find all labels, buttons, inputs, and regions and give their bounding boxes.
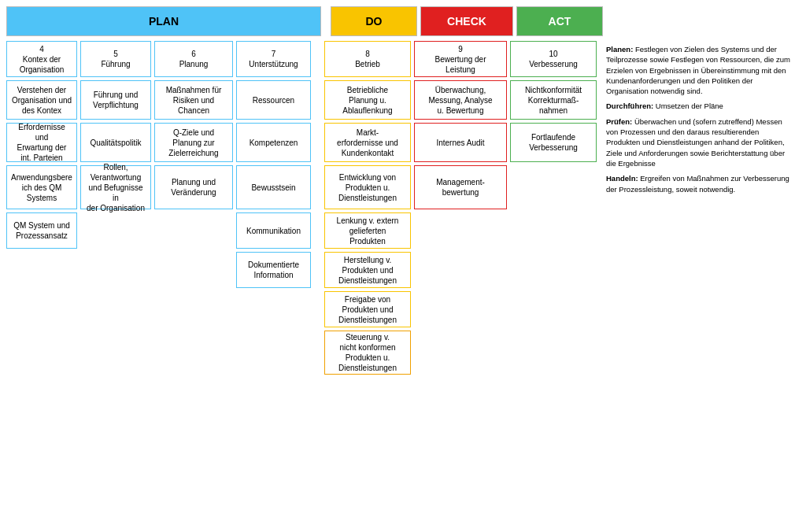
- plan-r1-c2: Führung undVerpflichtung: [80, 80, 151, 120]
- check-empty: [414, 212, 507, 526]
- legend-handeln-label: Handeln:: [606, 174, 638, 183]
- act-r2: FortlaufendeVerbesserung: [510, 123, 597, 162]
- plan-col3-title: 6Planung: [154, 41, 233, 77]
- check-title: 9Bewertung derLeistung: [414, 41, 507, 77]
- do-section: 8Betrieb BetrieblichePlanung u.Ablauflen…: [324, 41, 411, 526]
- legend-section: Planen: Festlegen von Zielen des Systems…: [600, 41, 800, 526]
- header-row: PLAN DO CHECK ACT: [6, 6, 800, 36]
- header-act: ACT: [516, 6, 603, 36]
- header-check: CHECK: [420, 6, 513, 36]
- do-r6: Freigabe vonProdukten undDienstleistunge…: [324, 291, 411, 327]
- act-empty: [510, 165, 597, 526]
- act-section: 10Verbesserung NichtkonformitätKorrektur…: [510, 41, 597, 526]
- plan-col1-title: 4Kontex derOrganisation: [6, 41, 77, 77]
- legend-durchfuehren-text: Umsetzen der Pläne: [656, 102, 723, 110]
- legend-pruefen-label: Prüfen:: [606, 117, 632, 126]
- plan-r4-c2-empty: [80, 212, 151, 249]
- plan-r1-c1: Verstehen derOrganisation unddes Kontex: [6, 80, 77, 120]
- plan-r3-c4: Bewusstsein: [236, 165, 311, 209]
- plan-r3-c1: Anwendungsbereich des QMSystems: [6, 165, 77, 209]
- check-r2: Internes Audit: [414, 123, 507, 162]
- plan-col4-title: 7Unterstützung: [236, 41, 311, 77]
- do-r1: BetrieblichePlanung u.Ablauflenkung: [324, 80, 411, 120]
- plan-title-row: 4Kontex derOrganisation 5Führung 6Planun…: [6, 41, 321, 77]
- do-r7: Steuerung v.nicht konformenProdukten u.D…: [324, 331, 411, 375]
- legend-planen-label: Planen:: [606, 45, 633, 54]
- do-r2: Markt-erfordernisse undKundenkontakt: [324, 123, 411, 162]
- plan-row-3: Anwendungsbereich des QMSystems Rollen,V…: [6, 165, 321, 209]
- plan-r2-c2: Qualitätspolitik: [80, 123, 151, 162]
- plan-r4-c4: Kommunikation: [236, 212, 311, 249]
- plan-row-5: DokumentierteInformation: [6, 252, 321, 288]
- do-r5: Herstellung v.Produkten undDienstleistun…: [324, 252, 411, 288]
- plan-r4-c1: QM System undProzessansatz: [6, 212, 77, 249]
- act-title: 10Verbesserung: [510, 41, 597, 77]
- legend-planen: Planen: Festlegen von Zielen des Systems…: [606, 44, 793, 96]
- plan-r5-c2-empty: [80, 252, 151, 288]
- legend-durchfuehren-label: Durchführen:: [606, 102, 653, 110]
- legend-pruefen: Prüfen: Überwachen und (sofern zutreffen…: [606, 116, 793, 168]
- plan-r5-c3-empty: [154, 252, 233, 288]
- header-do: DO: [331, 6, 417, 36]
- plan-r5-c4: DokumentierteInformation: [236, 252, 311, 288]
- plan-section: 4Kontex derOrganisation 5Führung 6Planun…: [6, 41, 321, 526]
- legend-durchfuehren: Durchführen: Umsetzen der Pläne: [606, 101, 793, 111]
- do-r4: Lenkung v. externgeliefertenProdukten: [324, 212, 411, 249]
- main-container: PLAN DO CHECK ACT 4Kontex derOrganisatio…: [0, 0, 806, 532]
- legend-planen-text: Festlegen von Zielen des Systems und der…: [606, 45, 790, 95]
- plan-row-1: Verstehen derOrganisation unddes Kontex …: [6, 80, 321, 120]
- plan-row-4: QM System undProzessansatz Kommunikation: [6, 212, 321, 249]
- header-plan: PLAN: [6, 6, 321, 36]
- act-r1: NichtkonformitätKorrekturmaß-nahmen: [510, 80, 597, 120]
- do-title: 8Betrieb: [324, 41, 411, 77]
- plan-r3-c2: Rollen,Verantwortungund Befugnisse inder…: [80, 165, 151, 209]
- plan-r2-c1: Erfordernisse undErwartung derint. Parte…: [6, 123, 77, 162]
- plan-r4-c3-empty: [154, 212, 233, 249]
- plan-r3-c3: Planung undVeränderung: [154, 165, 233, 209]
- check-r1: Überwachung,Messung, Analyseu. Bewertung: [414, 80, 507, 120]
- do-r3: Entwicklung vonProdukten u.Dienstleistun…: [324, 165, 411, 209]
- plan-col2-title: 5Führung: [80, 41, 151, 77]
- plan-r2-c4: Kompetenzen: [236, 123, 311, 162]
- plan-r5-c1-empty: [6, 252, 77, 288]
- legend-handeln: Handeln: Ergreifen von Maßnahmen zur Ver…: [606, 173, 793, 194]
- content-area: 4Kontex derOrganisation 5Führung 6Planun…: [6, 41, 800, 526]
- check-section: 9Bewertung derLeistung Überwachung,Messu…: [414, 41, 507, 526]
- check-r3: Management-bewertung: [414, 165, 507, 209]
- plan-r2-c3: Q-Ziele undPlanung zurZielerreichung: [154, 123, 233, 162]
- legend-pruefen-text: Überwachen und (sofern zutreffend) Messe…: [606, 117, 785, 168]
- plan-r1-c4: Ressourcen: [236, 80, 311, 120]
- plan-row-2: Erfordernisse undErwartung derint. Parte…: [6, 123, 321, 162]
- plan-r1-c3: Maßnahmen fürRisiken undChancen: [154, 80, 233, 120]
